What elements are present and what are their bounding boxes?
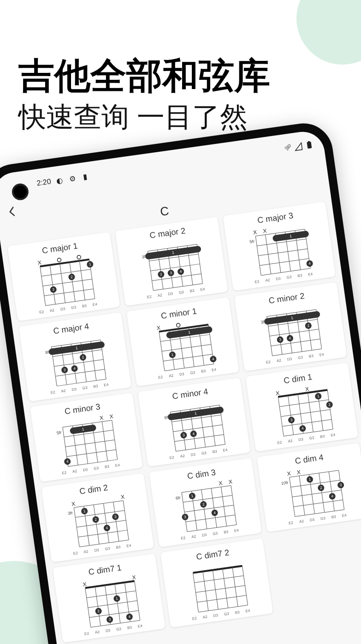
marketing-headline: 吉他全部和弦库 快速查询 一目了然 — [18, 55, 343, 134]
chord-card[interactable]: C dim 23frXX1243E2A2D3G3B3E4 — [41, 473, 154, 563]
svg-line-26 — [150, 264, 200, 271]
svg-line-163 — [288, 395, 294, 435]
svg-line-254 — [135, 581, 140, 620]
chord-card[interactable]: C dim7 1XX2314E2A2D3G3B3E4 — [53, 554, 166, 643]
chord-diagram: 8fr134 — [159, 397, 230, 455]
svg-line-50 — [266, 235, 271, 274]
svg-text:3fr: 3fr — [68, 511, 73, 516]
chord-card[interactable]: C major 23fr1234E2A2D3G3B3E4 — [115, 217, 228, 306]
svg-line-271 — [203, 572, 208, 611]
svg-line-4 — [40, 259, 89, 266]
svg-line-207 — [201, 489, 207, 529]
chord-card[interactable]: C dim 410frXX1243E2A2D3G3B3E4 — [257, 443, 361, 532]
svg-line-265 — [193, 566, 242, 573]
svg-line-186 — [103, 503, 109, 543]
svg-line-49 — [255, 236, 261, 275]
chord-card[interactable]: C minor 48fr134E2A2D3G3B3E4 — [138, 377, 251, 467]
svg-text:10fr: 10fr — [281, 480, 289, 486]
svg-line-5 — [41, 269, 91, 276]
svg-line-124 — [67, 450, 116, 457]
svg-line-200 — [182, 485, 231, 492]
svg-line-13 — [79, 261, 85, 300]
svg-text:X: X — [120, 494, 125, 501]
svg-text:X: X — [253, 229, 257, 236]
svg-line-9 — [40, 266, 46, 305]
svg-line-228 — [299, 476, 305, 515]
svg-text:X: X — [296, 469, 301, 476]
chord-title: C dim 3 — [187, 468, 216, 481]
svg-line-231 — [329, 472, 334, 511]
svg-rect-3 — [308, 141, 310, 142]
chord-title: C dim 2 — [79, 483, 108, 496]
chord-title: C dim7 2 — [195, 548, 230, 562]
svg-line-123 — [65, 440, 115, 447]
svg-line-244 — [85, 581, 135, 588]
wifi-error-icon: x — [283, 143, 292, 153]
chord-card[interactable]: C minor 23fr1342E2A2D3G3B3E4 — [234, 282, 347, 371]
svg-line-181 — [78, 530, 127, 537]
svg-text:X: X — [262, 227, 267, 234]
chord-card[interactable]: C minor 35frXX14E2A2D3G3B3E4 — [30, 393, 143, 482]
svg-line-12 — [70, 262, 75, 301]
chord-card[interactable]: C major 1X321E2A2D3G3B3E4 — [7, 232, 120, 322]
back-button[interactable] — [4, 203, 20, 220]
svg-line-208 — [211, 488, 217, 527]
svg-point-16 — [57, 258, 61, 262]
contrast-icon: ◐ — [55, 176, 64, 185]
chord-card[interactable]: C major 35frXX14E2A2D3G3B3E4 — [223, 202, 336, 291]
chord-title: C dim7 1 — [88, 563, 122, 577]
svg-text:X: X — [275, 390, 280, 397]
chord-diagram: 10frXX1243 — [278, 462, 349, 520]
svg-line-188 — [123, 501, 129, 540]
svg-rect-2 — [307, 142, 312, 149]
phone-frame: 2:20 ◐ ⚙ ▮ x — [0, 119, 361, 644]
chord-diagram: 3fr1342 — [256, 302, 327, 360]
svg-line-232 — [339, 471, 344, 510]
svg-text:X: X — [99, 415, 104, 422]
svg-text:X: X — [156, 324, 161, 331]
chord-title: C minor 1 — [160, 306, 197, 321]
chord-diagram — [182, 558, 253, 616]
chord-diagram: 3fr1234 — [136, 236, 207, 294]
chord-diagram: XX3412 — [267, 382, 338, 440]
battery-icon — [305, 140, 314, 149]
svg-line-87 — [159, 332, 165, 371]
chord-diagram: 6frXX3124 — [171, 477, 242, 536]
chord-card[interactable]: C minor 1X114E2A2D3G3B3E4 — [126, 297, 239, 387]
signal-icon — [294, 142, 303, 151]
chord-diagram: 8fr1342 — [40, 332, 111, 390]
svg-line-11 — [60, 263, 65, 303]
svg-line-275 — [242, 566, 248, 605]
svg-text:X: X — [132, 574, 136, 581]
svg-text:X: X — [305, 386, 309, 393]
svg-text:X: X — [83, 581, 87, 588]
svg-line-270 — [193, 573, 198, 612]
svg-text:5fr: 5fr — [249, 239, 255, 244]
chord-title: C major 3 — [257, 211, 294, 226]
background-blob-top — [296, 0, 361, 65]
svg-point-94 — [176, 323, 180, 327]
svg-line-162 — [278, 397, 284, 436]
svg-line-268 — [197, 596, 246, 602]
svg-line-274 — [232, 567, 238, 607]
svg-line-159 — [281, 410, 330, 417]
svg-text:X: X — [287, 470, 291, 477]
status-time: 2:20 — [36, 177, 51, 187]
svg-line-47 — [260, 259, 309, 266]
chord-diagram: X114 — [148, 317, 219, 375]
chord-card[interactable]: C major 48fr1342E2A2D3G3B3E4 — [19, 312, 132, 402]
svg-line-246 — [88, 601, 137, 608]
svg-line-130 — [102, 422, 107, 461]
svg-line-249 — [85, 588, 91, 627]
phone-mockup: 2:20 ◐ ⚙ ▮ x — [0, 119, 361, 644]
chord-grid: C major 1X321E2A2D3G3B3E4C major 23fr123… — [1, 201, 361, 644]
chord-title: C minor 2 — [268, 291, 305, 306]
svg-line-165 — [308, 393, 313, 432]
chord-card[interactable]: C dim7 2E2A2D3G3B3E4 — [160, 538, 273, 628]
svg-line-273 — [223, 569, 228, 608]
chord-card[interactable]: C dim 1XX3412E2A2D3G3B3E4 — [245, 363, 358, 452]
svg-line-187 — [113, 502, 119, 541]
svg-text:X: X — [37, 259, 42, 266]
svg-line-158 — [279, 400, 329, 407]
chord-card[interactable]: C dim 36frXX3124E2A2D3G3B3E4 — [149, 458, 262, 548]
